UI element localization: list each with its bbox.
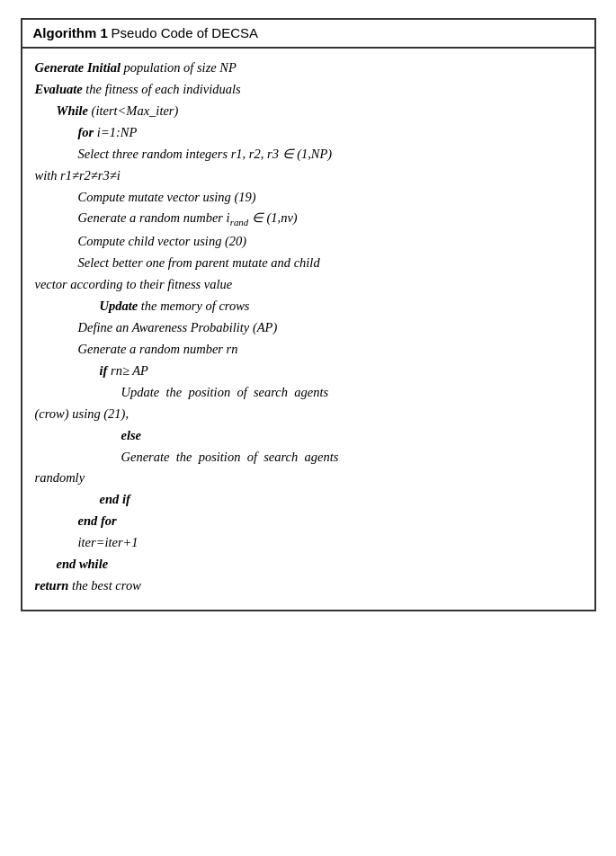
line-generate-random-irand: Generate a random number irand ∈ (1,nv) [35,208,582,231]
line-update-position-a: Update the position of search agents [35,382,582,404]
line-generate-rn: Generate a random number rn [35,339,582,361]
algorithm-box: Algorithm 1 Pseudo Code of DECSA Generat… [21,18,596,611]
line-evaluate: Evaluate the fitness of each individuals [35,79,582,101]
line-define-ap: Define an Awareness Probability (AP) [35,317,582,339]
line-select-integers: Select three random integers r1, r2, r3 … [35,144,582,165]
line-update-memory: Update the memory of crows [35,296,582,317]
line-with-condition: with r1≠r2≠r3≠i [35,165,582,187]
algorithm-title: Pseudo Code of DECSA [112,25,258,40]
line-if-rn: if rn≥ AP [35,361,582,382]
line-iter-increment: iter=iter+1 [35,532,582,554]
line-compute-mutate: Compute mutate vector using (19) [35,187,582,209]
line-for: for i=1:NP [35,122,582,144]
line-end-while: end while [35,554,582,575]
line-end-for: end for [35,511,582,532]
line-end-if: end if [35,489,582,511]
algorithm-body: Generate Initial population of size NP E… [22,49,594,610]
line-else: else [35,425,582,447]
line-compute-child: Compute child vector using (20) [35,231,582,253]
algorithm-header: Algorithm 1 Pseudo Code of DECSA [22,20,594,49]
line-generate-position-b: randomly [35,468,582,489]
line-update-position-b: (crow) using (21), [35,404,582,425]
line-select-better-a: Select better one from parent mutate and… [35,253,582,274]
line-generate-initial: Generate Initial population of size NP [35,58,582,79]
line-generate-position-a: Generate the position of search agents [35,447,582,468]
line-select-better-b: vector according to their fitness value [35,274,582,296]
line-while: While (itert<Max_iter) [35,101,582,122]
line-return: return the best crow [35,575,582,597]
algorithm-label: Algorithm 1 [33,25,108,40]
